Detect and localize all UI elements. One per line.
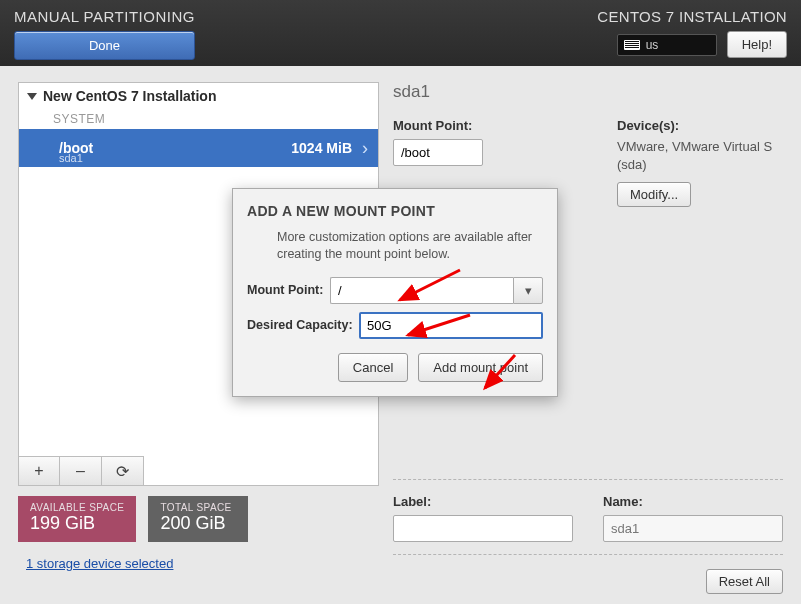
storage-devices-link[interactable]: 1 storage device selected: [26, 556, 379, 571]
tree-root[interactable]: New CentOS 7 Installation: [19, 83, 378, 109]
remove-partition-button[interactable]: –: [60, 456, 102, 486]
reload-button[interactable]: ⟳: [102, 456, 144, 486]
expand-icon: [27, 93, 37, 100]
tree-root-label: New CentOS 7 Installation: [43, 88, 216, 104]
dialog-capacity-input[interactable]: [359, 312, 543, 339]
label-input[interactable]: [393, 515, 573, 542]
tree-section: SYSTEM: [19, 109, 378, 129]
minus-icon: –: [76, 462, 85, 480]
reset-all-button[interactable]: Reset All: [706, 569, 783, 594]
device-title: sda1: [393, 82, 783, 102]
chevron-down-icon: ▾: [525, 283, 532, 298]
tree-row-boot[interactable]: /boot sda1 1024 MiB ›: [19, 129, 378, 167]
mount-point-label: Mount Point:: [393, 118, 593, 133]
device-line2: (sda): [617, 157, 772, 172]
device-line1: VMware, VMware Virtual S: [617, 139, 772, 154]
done-button[interactable]: Done: [14, 31, 195, 60]
tree-row-device: sda1: [59, 152, 83, 164]
total-space-card: TOTAL SPACE 200 GiB: [148, 496, 248, 542]
dialog-mount-point-label: Mount Point:: [247, 283, 330, 297]
page-title: MANUAL PARTITIONING: [14, 8, 195, 25]
chevron-right-icon: ›: [362, 138, 368, 159]
total-space-label: TOTAL SPACE: [160, 502, 236, 513]
dialog-mount-point-input[interactable]: [330, 277, 513, 304]
dialog-description: More customization options are available…: [277, 229, 543, 263]
add-partition-button[interactable]: +: [18, 456, 60, 486]
dialog-capacity-label: Desired Capacity:: [247, 318, 359, 332]
tree-row-size: 1024 MiB: [291, 140, 352, 156]
add-mount-point-button[interactable]: Add mount point: [418, 353, 543, 382]
help-button[interactable]: Help!: [727, 31, 787, 58]
dialog-title: ADD A NEW MOUNT POINT: [247, 203, 543, 219]
installation-name: CENTOS 7 INSTALLATION: [597, 8, 787, 25]
keyboard-layout-indicator[interactable]: us: [617, 34, 717, 56]
available-space-value: 199 GiB: [30, 513, 124, 534]
devices-label: Device(s):: [617, 118, 772, 133]
name-label: Name:: [603, 494, 783, 509]
keyboard-icon: [624, 40, 640, 50]
add-mount-point-dialog: ADD A NEW MOUNT POINT More customization…: [232, 188, 558, 397]
name-input[interactable]: [603, 515, 783, 542]
keyboard-layout-label: us: [646, 38, 659, 52]
separator: [393, 554, 783, 555]
cancel-button[interactable]: Cancel: [338, 353, 408, 382]
reload-icon: ⟳: [116, 462, 129, 481]
plus-icon: +: [34, 462, 43, 480]
available-space-card: AVAILABLE SPACE 199 GiB: [18, 496, 136, 542]
mount-point-input[interactable]: [393, 139, 483, 166]
modify-button[interactable]: Modify...: [617, 182, 691, 207]
available-space-label: AVAILABLE SPACE: [30, 502, 124, 513]
label-label: Label:: [393, 494, 573, 509]
total-space-value: 200 GiB: [160, 513, 236, 534]
dialog-mount-point-dropdown[interactable]: ▾: [513, 277, 543, 304]
